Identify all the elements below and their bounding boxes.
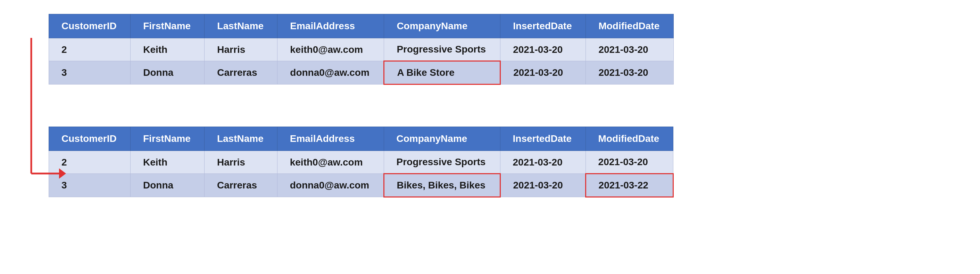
cell-inserteddate: 2021-03-20	[500, 61, 586, 85]
col-header-inserteddate: InsertedDate	[500, 14, 586, 38]
table-before: CustomerID FirstName LastName EmailAddre…	[49, 14, 674, 85]
col-header-emailaddress: EmailAddress	[277, 14, 384, 38]
cell-inserteddate: 2021-03-20	[500, 151, 585, 174]
cell-modifieddate: 2021-03-20	[585, 151, 673, 174]
cell-companyname: Progressive Sports	[384, 38, 500, 61]
svg-marker-2	[59, 168, 66, 179]
table-before-section: CustomerID FirstName LastName EmailAddre…	[21, 14, 959, 85]
cell-firstname: Keith	[130, 151, 205, 174]
col-header-inserteddate-2: InsertedDate	[500, 127, 585, 151]
table-after-section: CustomerID FirstName LastName EmailAddre…	[21, 127, 959, 197]
cell-firstname: Donna	[130, 61, 205, 85]
cell-modifieddate: 2021-03-20	[586, 38, 674, 61]
connector-arrow-svg	[21, 38, 66, 194]
cell-lastname: Carreras	[204, 174, 277, 197]
cell-companyname: A Bike Store	[384, 61, 500, 85]
col-header-firstname: FirstName	[130, 14, 205, 38]
table-after: CustomerID FirstName LastName EmailAddre…	[49, 127, 674, 197]
cell-lastname: Carreras	[205, 61, 277, 85]
cell-firstname: Donna	[130, 174, 205, 197]
table-row: 2KeithHarriskeith0@aw.comProgressive Spo…	[49, 38, 674, 61]
col-header-modifieddate-2: ModifiedDate	[585, 127, 673, 151]
cell-lastname: Harris	[204, 151, 277, 174]
col-header-lastname: LastName	[205, 14, 277, 38]
cell-companyname: Bikes, Bikes, Bikes	[384, 174, 500, 197]
cell-inserteddate: 2021-03-20	[500, 38, 586, 61]
col-header-emailaddress-2: EmailAddress	[277, 127, 384, 151]
col-header-modifieddate: ModifiedDate	[586, 14, 674, 38]
cell-emailaddress: keith0@aw.com	[277, 38, 384, 61]
col-header-companyname-2: CompanyName	[384, 127, 500, 151]
cell-emailaddress: donna0@aw.com	[277, 61, 384, 85]
col-header-companyname: CompanyName	[384, 14, 500, 38]
col-header-customerid: CustomerID	[49, 14, 130, 38]
cell-emailaddress: keith0@aw.com	[277, 151, 384, 174]
cell-emailaddress: donna0@aw.com	[277, 174, 384, 197]
cell-lastname: Harris	[205, 38, 277, 61]
cell-modifieddate: 2021-03-22	[585, 174, 673, 197]
cell-inserteddate: 2021-03-20	[500, 174, 585, 197]
table-row: 3DonnaCarrerasdonna0@aw.comBikes, Bikes,…	[49, 174, 673, 197]
tables-wrapper: CustomerID FirstName LastName EmailAddre…	[21, 14, 959, 197]
col-header-lastname-2: LastName	[204, 127, 277, 151]
table-row: 2KeithHarriskeith0@aw.comProgressive Spo…	[49, 151, 673, 174]
cell-companyname: Progressive Sports	[384, 151, 500, 174]
cell-modifieddate: 2021-03-20	[586, 61, 674, 85]
col-header-firstname-2: FirstName	[130, 127, 205, 151]
cell-firstname: Keith	[130, 38, 205, 61]
table-row: 3DonnaCarrerasdonna0@aw.comA Bike Store2…	[49, 61, 674, 85]
